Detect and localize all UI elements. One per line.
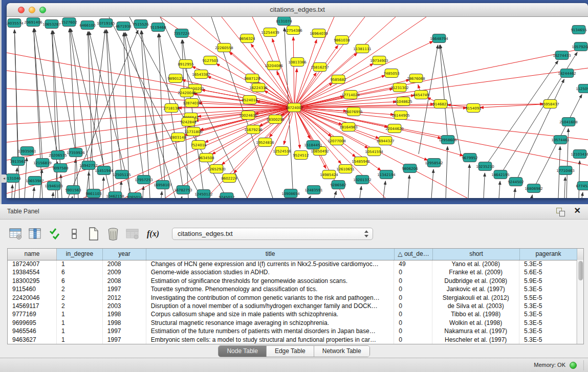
table-cell[interactable]: Yano et al. (2008) — [432, 260, 519, 268]
table-cell[interactable]: Tourette syndrome. Phenomenology and cla… — [146, 285, 395, 293]
column-header-title[interactable]: title — [146, 249, 395, 260]
table-cell[interactable]: Dudbridge et al. (2008) — [432, 277, 519, 285]
table-scrollbar[interactable] — [577, 260, 583, 344]
table-cell[interactable]: 1998 — [103, 319, 146, 327]
table-cell[interactable]: 19384554 — [8, 268, 57, 276]
table-cell[interactable]: 0 — [394, 319, 432, 327]
show-columns-button[interactable] — [28, 226, 43, 242]
table-cell[interactable]: 1 — [57, 319, 103, 327]
table-cell[interactable]: 2 — [57, 285, 103, 293]
table-cell[interactable]: 9777169 — [8, 310, 57, 318]
table-cell[interactable]: 0 — [394, 277, 432, 285]
table-cell[interactable]: Changes of HCN gene expression and I(f) … — [146, 260, 395, 268]
table-cell[interactable]: 2003 — [103, 302, 146, 310]
table-row[interactable]: 2242004622012Investigating the contribut… — [8, 294, 577, 302]
column-header-in_degree[interactable]: in_degree — [57, 249, 103, 260]
table-row[interactable]: 946554611997Estimation of the future num… — [8, 327, 577, 335]
table-cell[interactable]: 2008 — [103, 260, 146, 268]
table-cell[interactable]: Franke et al. (2009) — [432, 268, 519, 276]
table-cell[interactable]: Jankovic et al. (1997) — [432, 285, 519, 293]
table-cell[interactable]: 5.3E-5 — [519, 260, 577, 268]
table-cell[interactable]: 14569117 — [8, 302, 57, 310]
network-selector[interactable]: citations_edges.txt — [172, 228, 373, 240]
table-cell[interactable]: 5.6E-5 — [519, 268, 577, 276]
table-row[interactable]: 1456911722003Disruption of a novel membe… — [8, 302, 577, 310]
table-cell[interactable]: 6 — [57, 277, 103, 285]
table-cell[interactable]: 9463627 — [8, 336, 57, 344]
unselect-all-button[interactable] — [67, 226, 82, 242]
table-cell[interactable]: 0 — [394, 285, 432, 293]
table-cell[interactable]: Hescheler et al. (1997) — [432, 336, 519, 344]
table-cell[interactable]: 9465546 — [8, 327, 57, 335]
tab-node-table[interactable]: Node Table — [219, 346, 267, 357]
table-cell[interactable]: Corpus callosum shape and size in male p… — [146, 310, 395, 318]
tab-network-table[interactable]: Network Table — [314, 346, 369, 357]
table-cell[interactable]: 0 — [394, 327, 432, 335]
column-header-pagerank[interactable]: pagerank — [520, 249, 577, 260]
table-cell[interactable]: 5.3E-5 — [519, 310, 577, 318]
table-row[interactable]: 1830029562008Estimation of significance … — [8, 277, 577, 285]
table-row[interactable]: 977716911998Corpus callosum shape and si… — [8, 310, 577, 318]
table-cell[interactable]: 0 — [394, 302, 432, 310]
table-cell[interactable]: 5.3E-5 — [519, 336, 577, 344]
column-header-short[interactable]: short — [433, 249, 520, 260]
table-cell[interactable]: 1997 — [103, 327, 146, 335]
table-cell[interactable]: Investigating the contribution of common… — [146, 294, 395, 302]
table-row[interactable]: 946362711997Embryonic stem cells: a mode… — [8, 336, 577, 344]
create-column-button[interactable] — [86, 226, 101, 242]
close-panel-icon[interactable]: ✕ — [574, 206, 581, 215]
table-cell[interactable]: 1997 — [103, 285, 146, 293]
table-cell[interactable]: Nakamura et al. (1997) — [432, 327, 519, 335]
table-cell[interactable]: Genome-wide association studies in ADHD. — [146, 268, 395, 276]
table-cell[interactable]: Disruption of a novel member of a sodium… — [146, 302, 395, 310]
network-canvas[interactable]: 1872400722260558912750316543382104302031… — [7, 17, 588, 198]
memory-status-indicator[interactable] — [570, 362, 577, 369]
table-cell[interactable]: 1 — [57, 327, 103, 335]
table-cell[interactable]: 5.3E-5 — [519, 302, 577, 310]
column-header-name[interactable]: name — [8, 249, 57, 260]
table-row[interactable]: 969969511998Structural magnetic resonanc… — [8, 319, 577, 327]
table-cell[interactable]: 9115460 — [8, 285, 57, 293]
table-cell[interactable]: de Silva et al. (2003) — [432, 302, 519, 310]
table-cell[interactable]: 5.3E-5 — [519, 319, 577, 327]
table-cell[interactable]: 2008 — [103, 277, 146, 285]
table-cell[interactable]: 5.5E-5 — [519, 294, 577, 302]
table-cell[interactable]: Estimation of significance thresholds fo… — [146, 277, 395, 285]
table-cell[interactable]: Stergiakouli et al. (2012) — [432, 294, 519, 302]
citation-network-graph[interactable]: 1872400722260558912750316543382104302031… — [7, 17, 588, 198]
tab-edge-table[interactable]: Edge Table — [267, 346, 314, 357]
select-all-button[interactable] — [47, 226, 62, 242]
delete-column-button[interactable] — [105, 226, 121, 242]
table-cell[interactable]: Wolkin et al. (1998) — [432, 319, 519, 327]
table-cell[interactable]: 5.3E-5 — [519, 285, 577, 293]
table-cell[interactable]: 1 — [57, 310, 103, 318]
table-cell[interactable]: Estimation of the future numbers of pati… — [146, 327, 395, 335]
table-cell[interactable]: 0 — [394, 310, 432, 318]
table-cell[interactable]: 18724007 — [8, 260, 57, 268]
table-cell[interactable]: 2 — [57, 294, 103, 302]
panel-collapse-arrow-icon[interactable]: ◂ — [2, 174, 7, 183]
table-cell[interactable]: 5.3E-5 — [519, 327, 577, 335]
table-cell[interactable]: 18300295 — [8, 277, 57, 285]
table-row[interactable]: 1872400712008Changes of HCN gene express… — [8, 260, 577, 268]
table-row[interactable]: 1938455462009Genome-wide association stu… — [8, 268, 577, 276]
network-window-titlebar[interactable]: citations_edges.txt — [7, 3, 588, 17]
table-cell[interactable]: 0 — [394, 294, 432, 302]
column-header-year[interactable]: year — [103, 249, 146, 260]
table-cell[interactable]: Embryonic stem cells: a model to study s… — [146, 336, 395, 344]
scrollbar-thumb[interactable] — [578, 261, 583, 280]
function-builder-button[interactable]: f(x) — [144, 226, 162, 242]
table-cell[interactable]: 5.9E-5 — [519, 277, 577, 285]
table-cell[interactable]: 2009 — [103, 268, 146, 276]
table-cell[interactable]: 2012 — [103, 294, 146, 302]
table-row[interactable]: 911546021997Tourette syndrome. Phenomeno… — [8, 285, 577, 293]
table-cell[interactable]: 0 — [394, 336, 432, 344]
column-header-out_de[interactable]: △ out_de… — [395, 249, 433, 260]
float-panel-icon[interactable] — [556, 208, 564, 216]
table-cell[interactable]: 22420046 — [8, 294, 57, 302]
table-settings-button[interactable] — [8, 226, 24, 242]
table-cell[interactable]: 9699695 — [8, 319, 57, 327]
table-cell[interactable]: 0 — [394, 268, 432, 276]
table-cell[interactable]: 1 — [57, 336, 103, 344]
table-cell[interactable]: 49 — [394, 260, 432, 268]
